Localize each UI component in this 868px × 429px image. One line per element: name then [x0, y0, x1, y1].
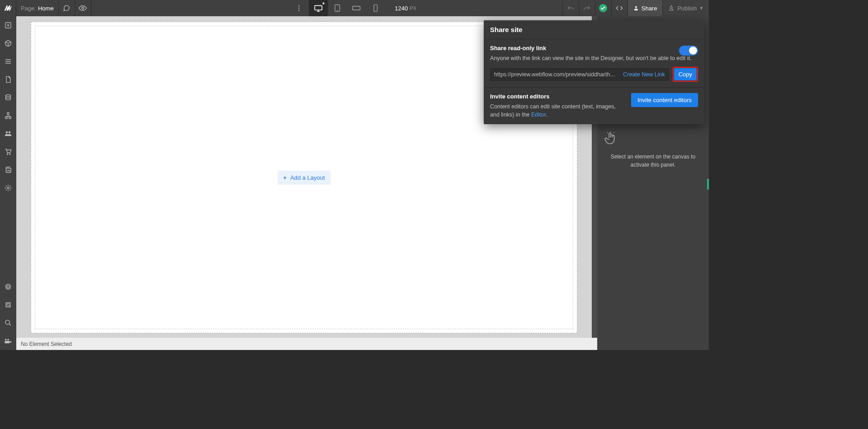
svg-rect-8 [373, 5, 377, 12]
comments-button[interactable] [59, 0, 75, 16]
readonly-description: Anyone with the link can view the site i… [490, 54, 698, 62]
users-icon [4, 131, 12, 137]
symbols-button[interactable] [0, 34, 16, 52]
export-code-button[interactable] [611, 0, 627, 16]
person-icon [633, 5, 639, 11]
eye-icon [79, 5, 87, 11]
svg-point-17 [7, 154, 8, 154]
svg-rect-7 [353, 6, 360, 10]
check-icon [601, 6, 605, 10]
copy-button-highlight: Copy [673, 67, 698, 82]
canvas-size-display[interactable]: 1240 PX [395, 5, 416, 12]
navigator-button[interactable] [0, 52, 16, 70]
svg-point-18 [9, 154, 10, 154]
right-panel-accent [707, 179, 709, 190]
help-icon: ? [5, 283, 12, 290]
svg-rect-14 [9, 117, 11, 119]
create-new-link[interactable]: Create New Link [623, 71, 665, 78]
breakpoints-switcher: ★ [309, 0, 385, 16]
svg-rect-23 [5, 302, 11, 308]
page-selector[interactable]: Page: Home [16, 0, 59, 16]
pages-button[interactable] [0, 70, 16, 89]
search-icon [5, 319, 12, 326]
svg-text:?: ? [7, 284, 9, 289]
svg-rect-13 [5, 117, 7, 119]
svg-point-20 [7, 187, 9, 189]
share-readonly-section: Share read-only link Anyone with the lin… [484, 39, 704, 88]
svg-point-3 [298, 10, 300, 11]
checklist-icon [5, 301, 12, 308]
add-elements-button[interactable] [0, 16, 16, 34]
svg-point-16 [9, 131, 11, 134]
search-button[interactable] [0, 314, 16, 332]
users-button[interactable] [0, 125, 16, 143]
toggle-knob [689, 47, 697, 55]
status-bar: No Element Selected [16, 338, 597, 350]
breakpoint-tablet[interactable] [328, 0, 347, 16]
mobile-landscape-icon [352, 5, 361, 11]
invite-editors-section: Invite content editors Content editors c… [484, 88, 704, 124]
check-badge-icon [599, 4, 607, 12]
shopping-button[interactable] [0, 143, 16, 161]
structure-icon [5, 112, 12, 119]
share-popover: Share site Share read-only link Anyone w… [484, 20, 704, 124]
preview-button[interactable] [75, 0, 91, 16]
page-name: Home [38, 5, 54, 12]
readonly-link-toggle[interactable] [679, 46, 698, 56]
cms-button[interactable] [0, 89, 16, 107]
svg-rect-4 [315, 5, 322, 10]
webflow-logo[interactable] [0, 0, 16, 16]
ecommerce-button[interactable] [0, 107, 16, 125]
database-icon [5, 94, 12, 101]
invite-editors-button[interactable]: Invite content editors [631, 93, 698, 107]
navigator-icon [5, 58, 12, 65]
editor-link[interactable]: Editor [531, 112, 546, 118]
top-toolbar: Page: Home ★ [0, 0, 709, 16]
svg-point-2 [298, 8, 300, 9]
publish-button[interactable]: Publish ▼ [662, 0, 709, 16]
desktop-icon [314, 5, 323, 12]
svg-point-26 [7, 339, 9, 340]
undo-button[interactable] [562, 0, 579, 16]
code-icon [616, 5, 623, 11]
audit-button[interactable] [0, 296, 16, 314]
topbar-right-group: Share Publish ▼ [562, 0, 709, 16]
redo-button[interactable] [579, 0, 595, 16]
share-link-url: https://preview.webflow.com/preview/sidd… [494, 71, 620, 78]
page-label: Page: [21, 5, 36, 12]
selection-status-text: No Element Selected [21, 341, 72, 347]
webflow-logo-icon [4, 4, 13, 13]
settings-button[interactable] [0, 179, 16, 197]
add-layout-button[interactable]: + Add a Layout [278, 171, 330, 185]
more-options-button[interactable] [292, 5, 305, 11]
video-help-button[interactable] [0, 332, 16, 350]
canvas-width-unit: PX [410, 5, 416, 11]
status-indicator[interactable] [595, 0, 611, 16]
cart-icon [5, 148, 12, 155]
svg-point-15 [6, 131, 8, 134]
tablet-icon [334, 4, 341, 12]
page-icon [5, 76, 11, 83]
invite-description: Content editors can edit site content (t… [490, 103, 626, 119]
share-link-field[interactable]: https://preview.webflow.com/preview/sidd… [490, 68, 669, 81]
svg-point-0 [82, 7, 84, 9]
help-button[interactable]: ? [0, 278, 16, 296]
chat-icon [63, 5, 70, 12]
svg-point-25 [5, 339, 7, 340]
gear-icon [5, 184, 12, 191]
svg-point-11 [6, 94, 11, 96]
topbar-left-group: Page: Home [0, 0, 91, 16]
assets-button[interactable] [0, 161, 16, 179]
mobile-portrait-icon [373, 4, 378, 12]
breakpoint-mobile-portrait[interactable] [366, 0, 385, 16]
breakpoint-desktop[interactable]: ★ [309, 0, 328, 16]
svg-rect-12 [7, 112, 9, 114]
breakpoint-mobile-landscape[interactable] [347, 0, 366, 16]
base-breakpoint-star-icon: ★ [322, 1, 325, 5]
copy-link-button[interactable]: Copy [674, 68, 697, 80]
canvas-width-value: 1240 [395, 5, 408, 12]
share-button[interactable]: Share [627, 0, 663, 16]
share-label: Share [642, 5, 657, 12]
invite-title: Invite content editors [490, 93, 626, 100]
chevron-down-icon: ▼ [699, 6, 703, 10]
